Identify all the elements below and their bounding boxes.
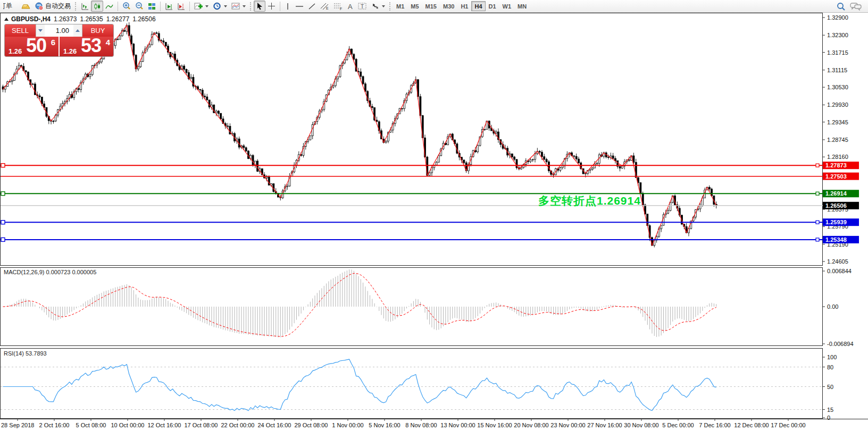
candle-body xyxy=(708,187,710,189)
candle-body xyxy=(371,106,373,107)
candle-body xyxy=(218,111,219,114)
candle-body xyxy=(137,67,139,69)
time-tick-label[interactable]: 12 Dec 08:00 xyxy=(734,422,769,428)
time-tick-label[interactable]: 8 Nov 08:00 xyxy=(405,422,437,428)
time-tick-label[interactable]: 17 Dec 00:00 xyxy=(771,422,805,428)
candle-body xyxy=(608,157,610,157)
candle-body xyxy=(360,72,362,77)
time-tick-label[interactable]: 7 Dec 16:00 xyxy=(699,422,730,428)
candle-body xyxy=(186,69,187,72)
price-tick-label: 1.29345 xyxy=(827,119,848,125)
price-tick-label: 1.29930 xyxy=(827,102,848,108)
rsi-axis-label: 50 xyxy=(827,384,833,390)
candle-body xyxy=(89,74,91,77)
candle-body xyxy=(133,44,135,55)
candle-body xyxy=(484,129,486,130)
candle-body xyxy=(310,136,311,140)
time-tick-label[interactable]: 27 Nov 16:00 xyxy=(587,422,622,428)
candle-body xyxy=(560,168,561,171)
candle-body xyxy=(514,157,515,159)
candle-body xyxy=(266,177,268,178)
time-tick-label[interactable]: 15 Nov 16:00 xyxy=(477,422,512,428)
candle-body xyxy=(539,151,540,152)
candle-body xyxy=(243,146,245,148)
volume-input[interactable]: 1.00 xyxy=(45,24,73,37)
time-tick-label[interactable]: 22 Oct 00:00 xyxy=(221,422,255,428)
macd-name: MACD(12,26,9) xyxy=(4,269,44,275)
time-tick-label[interactable]: 2 Oct 16:00 xyxy=(39,422,70,428)
candle-body xyxy=(156,33,157,33)
time-tick-label[interactable]: 5 Dec 00:00 xyxy=(662,422,694,428)
macd-axis-label: 0.006844 xyxy=(827,268,852,274)
current-price-badge-label: 1.26506 xyxy=(825,202,847,209)
buy-price-main: 53 xyxy=(81,35,101,57)
candle-body xyxy=(578,159,579,163)
rsi-axis-label: 0 xyxy=(827,415,830,421)
price-tick-label: 1.32900 xyxy=(827,14,848,21)
candle-body xyxy=(53,121,54,122)
candle-body xyxy=(385,141,387,143)
time-tick-label[interactable]: 24 Oct 16:00 xyxy=(258,422,291,428)
hline-left-handle[interactable] xyxy=(1,221,5,224)
candle-body xyxy=(670,202,671,210)
buy-price-prefix: 1.26 xyxy=(63,47,77,55)
candle-body xyxy=(119,36,121,39)
time-tick-label[interactable]: 1 Nov 00:00 xyxy=(332,422,363,428)
time-tick-label[interactable]: 17 Oct 08:00 xyxy=(185,422,218,428)
candle-body xyxy=(257,161,258,171)
hline-right-handle[interactable] xyxy=(816,192,819,195)
hline-right-handle[interactable] xyxy=(816,238,819,241)
time-tick-label[interactable]: 5 Nov 16:00 xyxy=(369,422,400,428)
time-tick-label[interactable]: 5 Oct 08:00 xyxy=(76,422,106,428)
time-tick-label[interactable]: 20 Nov 08:00 xyxy=(514,422,548,428)
candle-body xyxy=(541,152,542,157)
candle-body xyxy=(594,164,596,168)
hline-right-handle[interactable] xyxy=(816,221,819,224)
hline-left-handle[interactable] xyxy=(1,192,5,196)
time-tick-label[interactable]: 10 Oct 00:00 xyxy=(111,422,145,428)
candle-body xyxy=(287,186,288,187)
buy-price-display[interactable]: 1.26 53 4 xyxy=(60,37,113,57)
price-tick-label: 1.30530 xyxy=(827,84,848,90)
candle-body xyxy=(39,96,40,97)
time-tick-label[interactable]: 23 Nov 00:00 xyxy=(550,422,585,428)
hline-left-handle[interactable] xyxy=(1,164,5,167)
chart-annotation-text[interactable]: 多空转折点1.26914 xyxy=(538,193,641,208)
candle-body xyxy=(165,42,166,46)
candle-body xyxy=(429,173,430,175)
one-click-trading-panel: SELL 1.00 BUY 1.26 50 6 1.26 53 4 xyxy=(4,24,114,57)
time-tick-label[interactable]: 13 Nov 00:00 xyxy=(440,422,475,428)
candle-body xyxy=(11,80,13,81)
hline-left-handle[interactable] xyxy=(1,238,5,241)
time-tick-label[interactable]: 30 Nov 08:00 xyxy=(624,422,658,428)
candle-body xyxy=(362,77,364,84)
candle-body xyxy=(640,183,641,193)
time-tick-label[interactable]: 12 Oct 16:00 xyxy=(148,422,181,428)
hline-right-handle[interactable] xyxy=(816,164,819,167)
sell-price-main: 50 xyxy=(26,35,46,57)
chart-canvas[interactable]: 1.329001.323001.317151.311151.305301.299… xyxy=(0,0,868,431)
candle-body xyxy=(199,89,201,90)
main-price-pane xyxy=(1,13,823,266)
rsi-pane xyxy=(1,349,823,419)
candle-body xyxy=(227,126,229,126)
candle-body xyxy=(98,62,100,63)
macd-main-value: 0.000723 xyxy=(46,269,70,275)
hline-badge-label: 1.25939 xyxy=(825,219,847,225)
macd-signal-value: 0.000005 xyxy=(72,269,96,275)
rsi-indicator-label: RSI(14) 53.7893 xyxy=(4,350,47,357)
symbol-label: GBPUSD-,H4 xyxy=(11,15,51,23)
time-tick-label[interactable]: 29 Oct 08:00 xyxy=(295,422,328,428)
time-tick-label[interactable]: 28 Sep 2018 xyxy=(1,422,34,428)
sell-price-display[interactable]: 1.26 50 6 xyxy=(5,37,59,57)
candle-body xyxy=(32,84,34,84)
candle-body xyxy=(140,61,141,66)
candle-body xyxy=(463,160,465,163)
collapse-icon[interactable] xyxy=(4,18,9,21)
rsi-axis-label: 15 xyxy=(827,407,833,413)
price-tick-label: 1.28160 xyxy=(827,154,848,160)
candle-body xyxy=(78,89,79,90)
price-tick-label: 1.31115 xyxy=(827,67,847,73)
macd-indicator-label: MACD(12,26,9) 0.000723 0.000005 xyxy=(4,269,96,275)
candle-body xyxy=(633,156,635,162)
